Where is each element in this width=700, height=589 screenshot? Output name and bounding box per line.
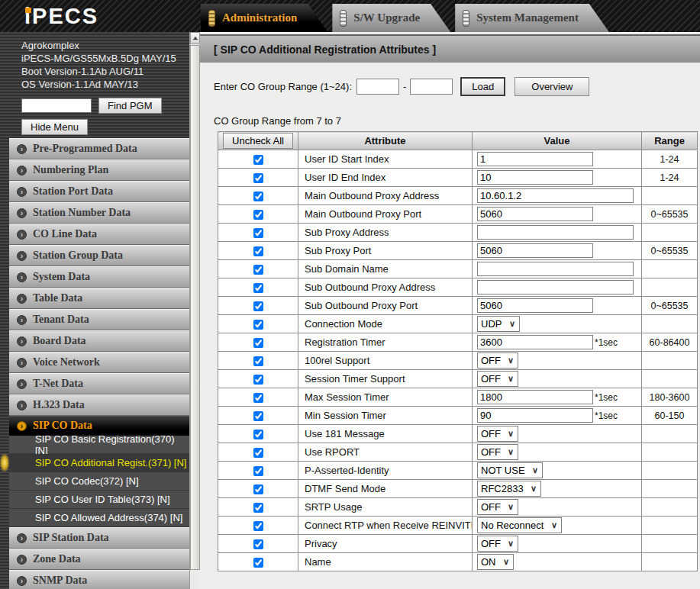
row-checkbox[interactable] <box>253 320 263 330</box>
attribute-column-header: Attribute <box>298 132 473 150</box>
row-checkbox[interactable] <box>253 246 263 256</box>
row-checkbox[interactable] <box>253 375 263 385</box>
value-input[interactable] <box>477 408 593 423</box>
value-input[interactable] <box>477 170 593 185</box>
value-select[interactable]: UDP <box>477 316 520 332</box>
attribute-cell: User ID Start Index <box>298 150 473 169</box>
tab-s-w-upgrade[interactable]: S/W Upgrade <box>332 4 450 32</box>
value-input[interactable] <box>477 280 634 294</box>
row-checkbox[interactable] <box>253 393 263 403</box>
row-checkbox[interactable] <box>253 356 263 366</box>
find-pgm-button[interactable]: Find PGM <box>98 98 162 114</box>
chevron-right-icon: › <box>17 208 27 218</box>
value-input[interactable] <box>477 225 634 240</box>
sidebar-scrollbar[interactable] <box>189 32 200 589</box>
find-pgm-input[interactable] <box>21 98 92 113</box>
checkbox-cell <box>218 517 298 535</box>
main-content: [ SIP CO Additional Registration Attribu… <box>200 32 700 589</box>
load-button[interactable]: Load <box>460 77 505 96</box>
sidebar-item-table-data[interactable]: ›Table Data <box>9 288 189 309</box>
value-input[interactable] <box>477 207 593 221</box>
sidebar-subitem-sip-co-user-id-table-373-n[interactable]: SIP CO User ID Table(373) [N] <box>9 491 189 509</box>
sidebar-item-station-group-data[interactable]: ›Station Group Data <box>9 245 189 266</box>
overview-button[interactable]: Overview <box>515 77 589 96</box>
row-checkbox[interactable] <box>253 411 263 421</box>
scrollbar-thumb[interactable] <box>190 45 200 570</box>
value-select[interactable]: OFF <box>477 352 518 369</box>
value-input[interactable] <box>477 152 593 166</box>
attribute-cell: Name <box>298 553 473 571</box>
attribute-cell: 100rel Support <box>298 352 473 370</box>
row-checkbox[interactable] <box>253 192 263 201</box>
row-checkbox[interactable] <box>253 338 263 348</box>
value-select[interactable]: OFF <box>477 426 518 442</box>
row-checkbox[interactable] <box>253 448 263 458</box>
co-group-start-input[interactable] <box>356 79 399 95</box>
value-select[interactable]: OFF <box>477 536 518 552</box>
value-input[interactable] <box>477 390 593 404</box>
row-checkbox[interactable] <box>253 521 263 531</box>
sidebar-subitem-sip-co-codec-372-n[interactable]: SIP CO Codec(372) [N] <box>9 472 189 491</box>
value-select[interactable]: ON <box>477 554 514 570</box>
row-checkbox[interactable] <box>253 155 263 165</box>
sidebar-item-pre-programmed-data[interactable]: ›Pre-Programmed Data <box>9 138 189 159</box>
value-select[interactable]: OFF <box>477 499 518 515</box>
tab-system-management[interactable]: System Management <box>455 4 609 32</box>
sidebar-item-sip-station-data[interactable]: ›SIP Station Data <box>9 527 189 549</box>
sidebar-item-co-line-data[interactable]: ›CO Line Data <box>9 224 189 245</box>
sidebar-subitem-sip-co-additional-regist-371-n[interactable]: SIP CO Additional Regist.(371) [N] <box>9 454 189 472</box>
row-checkbox[interactable] <box>253 558 263 568</box>
row-checkbox[interactable] <box>253 265 263 275</box>
sidebar-item-t-net-data[interactable]: ›T-Net Data <box>9 373 189 394</box>
sidebar-item-label: Numbering Plan <box>33 164 108 176</box>
value-select[interactable]: OFF <box>477 444 518 460</box>
row-checkbox[interactable] <box>253 173 263 183</box>
range-cell <box>642 425 698 443</box>
value-select[interactable]: No Reconnect <box>477 517 562 533</box>
range-cell: 60-150 <box>642 407 698 425</box>
sidebar-item-station-port-data[interactable]: ›Station Port Data <box>9 181 189 202</box>
value-select[interactable]: RFC2833 <box>477 481 541 497</box>
value-input[interactable] <box>477 298 593 313</box>
value-input[interactable] <box>477 188 634 203</box>
attribute-cell: SRTP Usage <box>298 498 473 517</box>
system-info-block: AgrokomplexiPECS-MG/GS55MxB.5Dg MAY/15Bo… <box>21 39 189 91</box>
sidebar-item-numbering-plan[interactable]: ›Numbering Plan <box>9 159 189 181</box>
sidebar-item-board-data[interactable]: ›Board Data <box>9 330 189 352</box>
co-group-end-input[interactable] <box>410 79 453 95</box>
row-checkbox[interactable] <box>253 228 263 238</box>
sidebar-subitem-sip-co-basic-registration-370-n[interactable]: SIP CO Basic Registration(370) [N] <box>9 436 189 454</box>
row-checkbox[interactable] <box>253 301 263 311</box>
value-select[interactable]: OFF <box>477 371 518 387</box>
value-cell: ON∨ <box>473 553 642 571</box>
row-checkbox[interactable] <box>253 283 263 293</box>
row-checkbox[interactable] <box>253 210 263 220</box>
sidebar-item-system-data[interactable]: ›System Data <box>9 266 189 288</box>
row-checkbox[interactable] <box>253 503 263 513</box>
value-input[interactable] <box>477 335 593 349</box>
row-checkbox[interactable] <box>253 484 263 494</box>
sidebar-item-tenant-data[interactable]: ›Tenant Data <box>9 309 189 330</box>
row-checkbox[interactable] <box>253 466 263 476</box>
checkbox-cell <box>218 150 298 169</box>
table-header-row: Uncheck All Attribute Value Range <box>218 132 698 150</box>
sidebar-item-h-323-data[interactable]: ›H.323 Data <box>9 394 189 416</box>
tab-administration[interactable]: Administration <box>201 4 327 32</box>
value-input[interactable] <box>477 262 634 276</box>
range-cell <box>642 352 698 370</box>
row-checkbox[interactable] <box>253 430 263 439</box>
sidebar-item-station-number-data[interactable]: ›Station Number Data <box>9 202 189 224</box>
attribute-cell: Sub Outbound Proxy Port <box>298 297 473 315</box>
sidebar-item-voice-network[interactable]: ›Voice Network <box>9 352 189 373</box>
uncheck-all-button[interactable]: Uncheck All <box>223 133 293 149</box>
sidebar-item-zone-data[interactable]: ›Zone Data <box>9 549 189 570</box>
hide-menu-button[interactable]: Hide Menu <box>21 119 88 135</box>
scrollbar-up-button[interactable] <box>190 32 200 44</box>
sidebar-subitem-sip-co-allowed-address-374-n[interactable]: SIP CO Allowed Address(374) [N] <box>9 509 189 527</box>
value-input[interactable] <box>477 243 593 258</box>
sidebar-subitem-label: SIP CO Basic Registration(370) [N] <box>35 433 189 456</box>
value-select[interactable]: NOT USE <box>477 462 543 478</box>
value-cell: *1sec <box>473 407 642 425</box>
sidebar-item-snmp-data[interactable]: ›SNMP Data <box>9 570 189 589</box>
row-checkbox[interactable] <box>253 539 263 549</box>
